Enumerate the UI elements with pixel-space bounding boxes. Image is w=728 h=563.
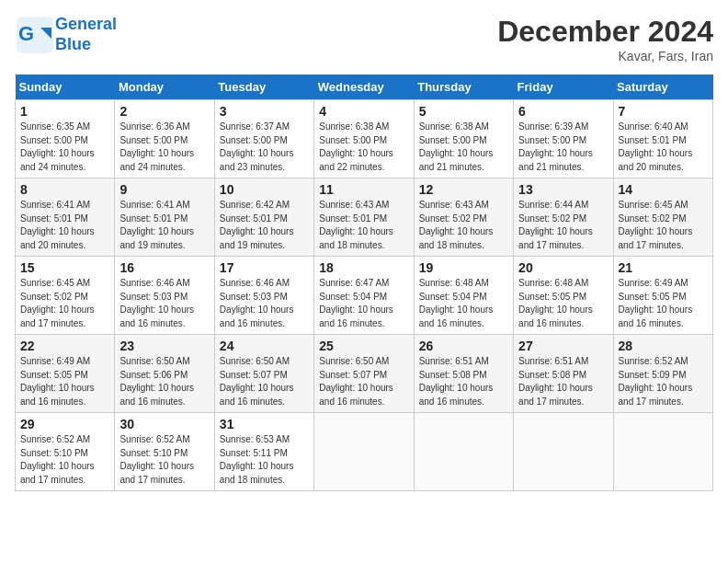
day-info: Sunrise: 6:48 AMSunset: 5:04 PMDaylight:…: [419, 278, 494, 328]
day-number: 19: [419, 260, 508, 275]
calendar-cell: 19 Sunrise: 6:48 AMSunset: 5:04 PMDaylig…: [414, 257, 513, 335]
calendar-cell: 20 Sunrise: 6:48 AMSunset: 5:05 PMDaylig…: [514, 257, 613, 335]
title-block: December 2024 Kavar, Fars, Iran: [497, 15, 713, 63]
calendar-cell: 31 Sunrise: 6:53 AMSunset: 5:11 PMDaylig…: [214, 413, 313, 491]
weekday-header: Tuesday: [214, 75, 313, 100]
logo-text: General Blue: [55, 15, 117, 54]
day-info: Sunrise: 6:39 AMSunset: 5:00 PMDaylight:…: [518, 121, 593, 172]
calendar-cell: [613, 413, 712, 491]
day-info: Sunrise: 6:51 AMSunset: 5:08 PMDaylight:…: [518, 356, 593, 407]
calendar-cell: 28 Sunrise: 6:52 AMSunset: 5:09 PMDaylig…: [613, 335, 712, 413]
calendar-cell: 11 Sunrise: 6:43 AMSunset: 5:01 PMDaylig…: [314, 178, 414, 257]
day-info: Sunrise: 6:37 AMSunset: 5:00 PMDaylight:…: [220, 121, 294, 172]
day-info: Sunrise: 6:49 AMSunset: 5:05 PMDaylight:…: [619, 278, 693, 328]
day-number: 27: [518, 339, 608, 353]
day-info: Sunrise: 6:35 AMSunset: 5:00 PMDaylight:…: [20, 121, 95, 172]
weekday-header-row: SundayMondayTuesdayWednesdayThursdayFrid…: [16, 75, 713, 100]
calendar-cell: 21 Sunrise: 6:49 AMSunset: 5:05 PMDaylig…: [613, 257, 712, 335]
day-number: 21: [619, 260, 708, 275]
location-title: Kavar, Fars, Iran: [497, 49, 713, 63]
calendar-cell: 24 Sunrise: 6:50 AMSunset: 5:07 PMDaylig…: [214, 335, 313, 413]
day-info: Sunrise: 6:45 AMSunset: 5:02 PMDaylight:…: [20, 278, 95, 328]
calendar-cell: 14 Sunrise: 6:45 AMSunset: 5:02 PMDaylig…: [613, 178, 712, 257]
day-info: Sunrise: 6:49 AMSunset: 5:05 PMDaylight:…: [20, 356, 95, 407]
calendar-cell: 17 Sunrise: 6:46 AMSunset: 5:03 PMDaylig…: [214, 257, 313, 335]
calendar-cell: 6 Sunrise: 6:39 AMSunset: 5:00 PMDayligh…: [514, 100, 613, 178]
day-info: Sunrise: 6:50 AMSunset: 5:07 PMDaylight:…: [319, 356, 393, 407]
calendar-cell: 22 Sunrise: 6:49 AMSunset: 5:05 PMDaylig…: [16, 335, 115, 413]
day-info: Sunrise: 6:52 AMSunset: 5:10 PMDaylight:…: [119, 434, 194, 485]
day-number: 7: [619, 104, 708, 119]
day-number: 12: [419, 182, 508, 197]
calendar-cell: 15 Sunrise: 6:45 AMSunset: 5:02 PMDaylig…: [16, 257, 115, 335]
calendar-cell: 16 Sunrise: 6:46 AMSunset: 5:03 PMDaylig…: [115, 257, 214, 335]
day-number: 8: [20, 182, 109, 197]
day-number: 16: [119, 260, 209, 275]
day-info: Sunrise: 6:43 AMSunset: 5:01 PMDaylight:…: [319, 200, 393, 250]
day-number: 6: [518, 104, 608, 119]
day-number: 26: [419, 339, 508, 353]
weekday-header: Sunday: [16, 75, 115, 100]
calendar-cell: 13 Sunrise: 6:44 AMSunset: 5:02 PMDaylig…: [514, 178, 613, 257]
calendar-cell: 29 Sunrise: 6:52 AMSunset: 5:10 PMDaylig…: [16, 413, 115, 491]
day-number: 9: [119, 182, 209, 197]
calendar-week-row: 1 Sunrise: 6:35 AMSunset: 5:00 PMDayligh…: [16, 100, 713, 178]
day-number: 23: [119, 339, 209, 353]
day-info: Sunrise: 6:38 AMSunset: 5:00 PMDaylight:…: [319, 121, 393, 172]
day-info: Sunrise: 6:52 AMSunset: 5:09 PMDaylight:…: [619, 356, 693, 407]
day-info: Sunrise: 6:38 AMSunset: 5:00 PMDaylight:…: [419, 121, 494, 172]
day-number: 28: [619, 339, 708, 353]
day-info: Sunrise: 6:43 AMSunset: 5:02 PMDaylight:…: [419, 200, 494, 250]
day-number: 20: [518, 260, 608, 275]
calendar-week-row: 29 Sunrise: 6:52 AMSunset: 5:10 PMDaylig…: [16, 413, 713, 491]
day-number: 24: [220, 339, 309, 353]
calendar-cell: 27 Sunrise: 6:51 AMSunset: 5:08 PMDaylig…: [514, 335, 613, 413]
calendar-cell: 8 Sunrise: 6:41 AMSunset: 5:01 PMDayligh…: [16, 178, 115, 257]
day-info: Sunrise: 6:44 AMSunset: 5:02 PMDaylight:…: [518, 200, 593, 250]
day-number: 31: [220, 417, 309, 431]
day-info: Sunrise: 6:50 AMSunset: 5:07 PMDaylight:…: [220, 356, 294, 407]
day-number: 17: [220, 260, 309, 275]
calendar-cell: 12 Sunrise: 6:43 AMSunset: 5:02 PMDaylig…: [414, 178, 513, 257]
day-info: Sunrise: 6:52 AMSunset: 5:10 PMDaylight:…: [20, 434, 95, 485]
calendar-cell: 7 Sunrise: 6:40 AMSunset: 5:01 PMDayligh…: [613, 100, 712, 178]
calendar-cell: 9 Sunrise: 6:41 AMSunset: 5:01 PMDayligh…: [115, 178, 214, 257]
day-info: Sunrise: 6:42 AMSunset: 5:01 PMDaylight:…: [220, 200, 294, 250]
svg-text:G: G: [18, 22, 34, 45]
day-number: 29: [20, 417, 109, 431]
day-info: Sunrise: 6:41 AMSunset: 5:01 PMDaylight:…: [119, 200, 194, 250]
day-number: 5: [419, 104, 508, 119]
logo-line1: General: [55, 15, 117, 33]
weekday-header: Friday: [514, 75, 613, 100]
calendar-cell: [514, 413, 613, 491]
day-info: Sunrise: 6:48 AMSunset: 5:05 PMDaylight:…: [518, 278, 593, 328]
day-info: Sunrise: 6:53 AMSunset: 5:11 PMDaylight:…: [220, 434, 294, 485]
day-number: 4: [319, 104, 408, 119]
calendar-cell: 2 Sunrise: 6:36 AMSunset: 5:00 PMDayligh…: [115, 100, 214, 178]
day-number: 10: [220, 182, 309, 197]
weekday-header: Monday: [115, 75, 214, 100]
calendar-week-row: 8 Sunrise: 6:41 AMSunset: 5:01 PMDayligh…: [16, 178, 713, 257]
month-title: December 2024: [497, 15, 713, 49]
day-info: Sunrise: 6:45 AMSunset: 5:02 PMDaylight:…: [619, 200, 693, 250]
day-number: 18: [319, 260, 408, 275]
calendar-cell: 18 Sunrise: 6:47 AMSunset: 5:04 PMDaylig…: [314, 257, 414, 335]
calendar-cell: [414, 413, 513, 491]
day-number: 22: [20, 339, 109, 353]
day-number: 14: [619, 182, 708, 197]
logo-line2: Blue: [55, 35, 91, 53]
logo: G General Blue: [15, 15, 117, 55]
day-info: Sunrise: 6:36 AMSunset: 5:00 PMDaylight:…: [119, 121, 194, 172]
day-info: Sunrise: 6:46 AMSunset: 5:03 PMDaylight:…: [220, 278, 294, 328]
day-info: Sunrise: 6:51 AMSunset: 5:08 PMDaylight:…: [419, 356, 494, 407]
day-info: Sunrise: 6:40 AMSunset: 5:01 PMDaylight:…: [619, 121, 693, 172]
calendar-cell: 23 Sunrise: 6:50 AMSunset: 5:06 PMDaylig…: [115, 335, 214, 413]
page-header: G General Blue December 2024 Kavar, Fars…: [15, 15, 713, 63]
day-number: 11: [319, 182, 408, 197]
day-number: 13: [518, 182, 608, 197]
calendar-week-row: 15 Sunrise: 6:45 AMSunset: 5:02 PMDaylig…: [16, 257, 713, 335]
calendar-cell: 5 Sunrise: 6:38 AMSunset: 5:00 PMDayligh…: [414, 100, 513, 178]
logo-icon: G: [15, 15, 55, 55]
day-number: 25: [319, 339, 408, 353]
weekday-header: Wednesday: [314, 75, 414, 100]
